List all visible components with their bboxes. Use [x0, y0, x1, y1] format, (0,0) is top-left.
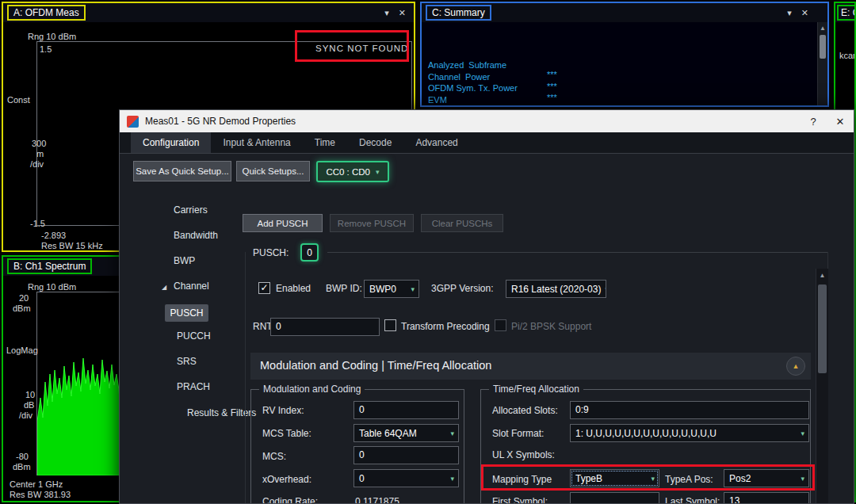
- chevron-down-icon: ▾: [605, 285, 606, 293]
- x-min-label: -2.893: [41, 231, 66, 240]
- res-bw-label: Res BW 381.93: [10, 490, 71, 499]
- window-e-titlebar: E: O: [835, 3, 854, 22]
- summary-row: OFDM Sym. Tx. Power ***: [422, 74, 816, 85]
- xoverhead-label: xOverhead:: [262, 474, 311, 485]
- range-label: Rng 10 dBm: [28, 32, 76, 41]
- rv-index-input[interactable]: 0: [353, 401, 459, 419]
- remove-pusch-button[interactable]: Remove PUSCH: [330, 214, 414, 232]
- sidebar-item-carriers[interactable]: Carriers: [174, 204, 208, 216]
- mcs-table-label: MCS Table:: [262, 428, 311, 439]
- pusch-index-badge[interactable]: 0: [300, 243, 319, 262]
- dialog-title: Meas01 - 5G NR Demod Properties: [145, 116, 296, 127]
- gpp-version-label: 3GPP Version:: [431, 283, 494, 294]
- bwp-id-select[interactable]: BWP0 ▾: [364, 280, 419, 298]
- window-summary: C: Summary ▾ ✕ Analyzed Subframe *** Cha…: [420, 2, 829, 107]
- window-c-close-icon[interactable]: ✕: [801, 8, 808, 18]
- first-symbol-label: First Symbol:: [492, 496, 548, 504]
- clear-puschs-button[interactable]: Clear PUSCHs: [421, 214, 503, 232]
- collapse-section-button[interactable]: ▲: [786, 357, 805, 376]
- tab-time[interactable]: Time: [303, 132, 347, 153]
- window-a-close-icon[interactable]: ✕: [399, 8, 406, 18]
- quick-setups-button[interactable]: Quick Setups...: [236, 161, 310, 181]
- allocated-slots-label: Allocated Slots:: [492, 405, 558, 416]
- summary-scrollbar[interactable]: ▲: [817, 22, 827, 105]
- tab-input-antenna[interactable]: Input & Antenna: [211, 132, 302, 153]
- y-max-label: 1.5: [40, 44, 52, 54]
- gpp-version-select[interactable]: R16 Latest (2020-03) ▾: [506, 280, 606, 298]
- window-a-menu-icon[interactable]: ▾: [384, 8, 389, 18]
- mapping-type-select[interactable]: TypeB ▾: [570, 469, 659, 487]
- scroll-up-icon[interactable]: ▲: [818, 25, 827, 32]
- pi2-bpsk-label: Pi/2 BPSK Support: [511, 321, 591, 332]
- typea-pos-select[interactable]: Pos2 ▾: [724, 469, 809, 487]
- dialog-tabbar: Configuration Input & Antenna Time Decod…: [120, 132, 854, 154]
- window-c-titlebar: C: Summary ▾ ✕: [422, 3, 827, 22]
- slot-format-select[interactable]: 1: U,U,U,U,U,U,U,U,U,U,U,U,U,U ▾: [570, 424, 809, 442]
- rv-index-label: RV Index:: [262, 405, 304, 416]
- allocated-slots-input[interactable]: 0:9: [570, 401, 809, 419]
- coding-rate-value: 0.1171875: [355, 496, 399, 504]
- coding-rate-label: Coding Rate:: [262, 496, 318, 504]
- center-freq-label: Center 1 GHz: [10, 479, 63, 489]
- sidebar-item-pusch[interactable]: PUSCH: [165, 304, 208, 322]
- window-e-title: E: O: [837, 5, 856, 21]
- chevron-down-icon: ▾: [651, 475, 655, 483]
- chevron-down-icon: ▾: [450, 475, 454, 483]
- scale-value-label: 10: [25, 390, 35, 399]
- scroll-up-icon[interactable]: ▲: [816, 272, 828, 279]
- window-b-title: B: Ch1 Spectrum: [7, 258, 92, 274]
- mcs-table-value: Table 64QAM: [359, 428, 417, 439]
- summary-row: EVMPk ***: [422, 97, 816, 107]
- rnti-input[interactable]: 0: [270, 318, 380, 336]
- y-min-unit-label: dBm: [13, 462, 31, 472]
- sidebar-item-channel[interactable]: Channel: [174, 281, 209, 292]
- spectrum-trace: [37, 350, 121, 475]
- last-symbol-input[interactable]: 13: [724, 492, 809, 504]
- dialog-titlebar[interactable]: Meas01 - 5G NR Demod Properties ? ✕: [120, 110, 854, 132]
- window-a-titlebar: A: OFDM Meas ▾ ✕: [3, 3, 414, 22]
- summary-row: Analyzed Subframe ***: [422, 51, 816, 62]
- enabled-label: Enabled: [276, 283, 311, 294]
- mcs-table-select[interactable]: Table 64QAM ▾: [353, 424, 459, 442]
- chevron-down-icon: ▾: [411, 285, 415, 293]
- window-c-title: C: Summary: [426, 5, 491, 21]
- scrollbar-thumb[interactable]: [818, 284, 827, 373]
- cc-selector[interactable]: CC0 : CD0 ▾: [316, 161, 389, 182]
- sidebar-item-bandwidth[interactable]: Bandwidth: [174, 230, 218, 241]
- enabled-checkbox[interactable]: ✓: [258, 282, 270, 294]
- chevron-down-icon: ▾: [450, 430, 454, 437]
- sidebar-item-pucch[interactable]: PUCCH: [177, 330, 211, 342]
- trace-format-label: LogMag: [6, 346, 38, 355]
- transform-precoding-checkbox[interactable]: [384, 319, 396, 331]
- gpp-version-value: R16 Latest (2020-03): [511, 284, 601, 295]
- xoverhead-select[interactable]: 0 ▾: [353, 469, 459, 487]
- scrollbar-thumb[interactable]: [820, 35, 826, 59]
- demod-properties-dialog: Meas01 - 5G NR Demod Properties ? ✕ Conf…: [119, 109, 854, 504]
- last-symbol-label: Last Symbol:: [665, 496, 720, 504]
- slot-format-value: 1: U,U,U,U,U,U,U,U,U,U,U,U,U,U: [575, 428, 717, 439]
- typea-pos-label: TypeA Pos:: [665, 474, 713, 485]
- range-label: Rng 10 dBm: [28, 282, 76, 292]
- sidebar-item-srs[interactable]: SRS: [177, 356, 197, 367]
- close-button[interactable]: ✕: [827, 110, 854, 132]
- help-button[interactable]: ?: [800, 110, 827, 132]
- collapse-up-icon: ▲: [793, 362, 800, 370]
- window-e-text: kcar: [839, 51, 856, 60]
- slot-format-label: Slot Format:: [492, 428, 544, 439]
- sidebar-item-prach[interactable]: PRACH: [177, 381, 210, 392]
- window-c-menu-icon[interactable]: ▾: [787, 8, 792, 18]
- trace-format-label: Const: [7, 95, 30, 105]
- scale-unit-label: m: [36, 149, 44, 158]
- tab-advanced[interactable]: Advanced: [403, 132, 469, 153]
- sidebar-item-bwp[interactable]: BWP: [174, 255, 195, 266]
- add-pusch-button[interactable]: Add PUSCH: [243, 214, 323, 232]
- tab-decode[interactable]: Decode: [347, 132, 403, 153]
- first-symbol-input[interactable]: [570, 492, 659, 504]
- dialog-scrollbar[interactable]: ▲: [816, 269, 828, 503]
- group-divider: [327, 252, 827, 253]
- channel-expand-icon[interactable]: ◢: [162, 284, 166, 291]
- section-title: Modulation and Coding | Time/Freq Alloca…: [260, 359, 491, 372]
- tab-configuration[interactable]: Configuration: [131, 132, 211, 153]
- save-as-quick-setup-button[interactable]: Save As Quick Setup...: [133, 161, 231, 181]
- mcs-input[interactable]: 0: [353, 446, 459, 464]
